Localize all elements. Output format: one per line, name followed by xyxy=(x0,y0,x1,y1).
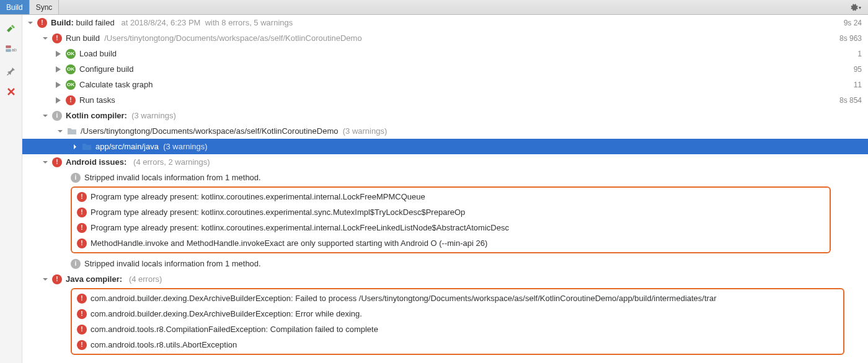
chevron-down-icon[interactable] xyxy=(26,19,35,27)
hammer-icon[interactable] xyxy=(5,22,17,35)
kotlin-subpath-summary: (3 warnings) xyxy=(163,142,208,151)
run-build-time: 8s 963 xyxy=(839,34,862,43)
java-compiler-row[interactable]: ! Java compiler: (4 errors) xyxy=(22,271,868,287)
kotlin-compiler-row[interactable]: i Kotlin compiler: (3 warnings) xyxy=(22,108,868,123)
android-err-3: Program type already present: kotlinx.co… xyxy=(91,223,509,232)
error-icon: ! xyxy=(77,294,87,304)
configure-build-time: 95 xyxy=(854,65,862,74)
svg-rect-1 xyxy=(6,50,11,51)
build-timestamp: at 2018/8/24, 6:23 PM xyxy=(121,18,200,27)
java-err-2-row[interactable]: !com.android.builder.dexing.DexArchiveBu… xyxy=(72,306,843,321)
java-errors-box: !com.android.builder.dexing.DexArchiveBu… xyxy=(71,288,844,355)
tab-build[interactable]: Build xyxy=(0,0,30,14)
android-err-1: Program type already present: kotlinx.co… xyxy=(91,192,425,201)
configure-build-row[interactable]: OK Configure build 95 xyxy=(22,61,868,77)
chevron-down-icon[interactable] xyxy=(41,158,50,167)
android-summary: (4 errors, 2 warnings) xyxy=(133,157,210,167)
chevron-down-icon[interactable] xyxy=(56,127,64,136)
error-icon: ! xyxy=(52,274,62,284)
java-err-4-row[interactable]: !com.android.tools.r8.utils.AbortExcepti… xyxy=(72,337,843,352)
pin-icon[interactable] xyxy=(5,64,17,77)
run-tasks-row[interactable]: ! Run tasks 8s 854 xyxy=(22,92,868,108)
tab-sync[interactable]: Sync xyxy=(30,0,60,14)
android-err-3-row[interactable]: !Program type already present: kotlinx.c… xyxy=(72,220,830,235)
kotlin-subpath-row[interactable]: app/src/main/java (3 warnings) xyxy=(22,139,868,154)
info-icon: i xyxy=(71,173,81,183)
error-icon: ! xyxy=(77,340,87,350)
error-icon: ! xyxy=(77,238,87,248)
run-build-label: Run build xyxy=(66,33,100,43)
error-icon: ! xyxy=(37,18,47,28)
kotlin-subpath: app/src/main/java xyxy=(95,142,159,151)
load-build-label: Load build xyxy=(79,49,117,58)
android-err-2: Program type already present: kotlinx.co… xyxy=(91,208,465,217)
toggle-view-icon[interactable]: ab xyxy=(5,43,17,56)
error-icon: ! xyxy=(52,157,62,167)
folder-open-icon xyxy=(82,142,92,151)
java-err-4: com.android.tools.r8.utils.AbortExceptio… xyxy=(91,340,237,349)
run-build-row[interactable]: ! Run build /Users/tinytongtong/Document… xyxy=(22,30,868,46)
build-time: 9s 24 xyxy=(844,19,862,27)
load-build-time: 1 xyxy=(857,50,862,58)
play-icon xyxy=(56,66,61,72)
play-icon xyxy=(56,51,61,57)
build-header-row[interactable]: ! Build: build failed at 2018/8/24, 6:23… xyxy=(22,15,868,30)
android-err-4-row[interactable]: !MethodHandle.invoke and MethodHandle.in… xyxy=(72,235,830,251)
play-icon xyxy=(56,82,61,88)
java-summary: (4 errors) xyxy=(129,274,162,284)
java-err-1: com.android.builder.dexing.DexArchiveBui… xyxy=(91,294,716,303)
tab-bar: Build Sync ▾ xyxy=(0,0,868,15)
chevron-down-icon[interactable] xyxy=(41,112,50,120)
play-icon xyxy=(56,97,61,103)
load-build-row[interactable]: OK Load build 1 xyxy=(22,46,868,61)
android-err-2-row[interactable]: !Program type already present: kotlinx.c… xyxy=(72,204,830,220)
build-status: build failed xyxy=(76,18,114,27)
error-icon: ! xyxy=(66,95,76,105)
svg-text:ab: ab xyxy=(12,48,17,52)
java-err-3-row[interactable]: !com.android.tools.r8.CompilationFailedE… xyxy=(72,321,843,337)
chevron-right-icon[interactable] xyxy=(71,142,79,151)
calc-graph-label: Calculate task graph xyxy=(79,80,153,89)
java-label: Java compiler: xyxy=(66,274,122,284)
error-icon: ! xyxy=(77,192,87,202)
left-toolbar: ab xyxy=(0,15,22,363)
close-icon[interactable] xyxy=(5,85,17,98)
build-tree: ! Build: build failed at 2018/8/24, 6:23… xyxy=(22,15,868,363)
error-icon: ! xyxy=(77,223,87,233)
java-err-2: com.android.builder.dexing.DexArchiveBui… xyxy=(91,309,362,318)
android-err-4: MethodHandle.invoke and MethodHandle.inv… xyxy=(91,238,487,248)
run-build-path: /Users/tinytongtong/Documents/workspace/… xyxy=(104,33,361,43)
build-label: Build: xyxy=(51,18,74,27)
android-stripped-1: Stripped invalid locals information from… xyxy=(84,173,261,182)
android-label: Android issues: xyxy=(66,157,126,167)
build-summary: with 8 errors, 5 warnings xyxy=(205,18,293,27)
ok-icon: OK xyxy=(66,49,76,59)
android-stripped-1-row[interactable]: i Stripped invalid locals information fr… xyxy=(22,170,868,185)
android-stripped-2: Stripped invalid locals information from… xyxy=(84,259,261,268)
java-err-1-row[interactable]: !com.android.builder.dexing.DexArchiveBu… xyxy=(72,291,843,306)
svg-rect-0 xyxy=(6,46,11,48)
chevron-down-icon[interactable] xyxy=(41,34,50,43)
gear-icon[interactable]: ▾ xyxy=(844,0,866,15)
info-icon: i xyxy=(71,259,81,269)
android-stripped-2-row[interactable]: i Stripped invalid locals information fr… xyxy=(22,256,868,271)
android-issues-row[interactable]: ! Android issues: (4 errors, 2 warnings) xyxy=(22,154,868,170)
folder-icon xyxy=(67,127,77,136)
kotlin-label: Kotlin compiler: xyxy=(66,111,127,120)
run-tasks-time: 8s 854 xyxy=(839,96,862,105)
kotlin-path-row[interactable]: /Users/tinytongtong/Documents/workspace/… xyxy=(22,123,868,139)
calc-graph-row[interactable]: OK Calculate task graph 11 xyxy=(22,77,868,92)
error-icon: ! xyxy=(77,325,87,335)
info-icon: i xyxy=(52,111,62,121)
kotlin-path: /Users/tinytongtong/Documents/workspace/… xyxy=(81,126,338,136)
chevron-down-icon[interactable] xyxy=(41,275,50,284)
configure-build-label: Configure build xyxy=(79,64,133,74)
calc-graph-time: 11 xyxy=(854,81,862,89)
ok-icon: OK xyxy=(66,64,76,74)
kotlin-summary: (3 warnings) xyxy=(131,111,176,120)
run-tasks-label: Run tasks xyxy=(79,95,115,105)
kotlin-path-summary: (3 warnings) xyxy=(343,126,388,136)
android-err-1-row[interactable]: !Program type already present: kotlinx.c… xyxy=(72,189,830,204)
android-errors-box: !Program type already present: kotlinx.c… xyxy=(71,186,831,253)
error-icon: ! xyxy=(77,309,87,319)
